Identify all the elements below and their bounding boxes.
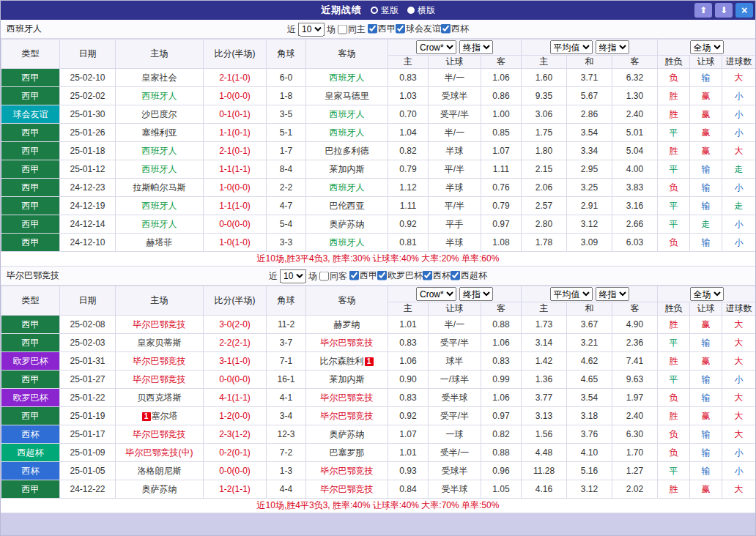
home-team: 毕尔巴鄂竞技(中) [116,444,204,462]
match-row: 球会友谊25-01-30沙巴度尔0-1(0-1)3-5西班牙人0.70受平/半1… [1,105,756,124]
asian-home-odds: 0.83 [388,334,429,352]
asian-stage-select[interactable]: 终指 [459,287,493,301]
euro-draw-odds: 3.25 [567,179,612,197]
asian-home-odds: 0.83 [388,69,429,87]
radio-icon[interactable] [407,7,415,14]
match-type: 西超杯 [1,444,60,462]
col-handicap: 让球 [429,302,481,316]
result-goals: 小 [722,124,756,142]
team-section-1-header: 西班牙人 近 10 场 同主 西甲球会友谊西杯 [1,20,755,39]
result-handicap: 赢 [690,407,722,425]
layout-option-horizontal[interactable]: 横版 [407,4,435,17]
result-outcome: 平 [658,334,690,352]
asian-stage-select[interactable]: 终指 [459,40,493,54]
score-halftime: 1-0(0-0) [204,179,267,197]
header-group-row: 类型 日期 主场 比分(半场) 角球 客场 Crow*终指 平均值终指 全场 [1,286,756,302]
result-handicap: 输 [690,444,722,462]
match-row: 西甲25-01-18西班牙人2-1(0-1)1-7巴拉多利德0.82半球1.07… [1,142,756,160]
same-side-checkbox[interactable] [319,271,329,280]
league-filter[interactable]: 西杯 [441,23,469,35]
red-card-badge: 1 [142,412,151,421]
asian-away-odds: 0.97 [481,215,522,234]
result-handicap: 走 [690,215,722,234]
match-date: 25-01-26 [60,124,116,142]
col-euro-home: 主 [522,56,567,69]
home-team: 贝西克塔斯 [116,389,204,407]
same-side-filter[interactable]: 同客 [319,269,347,282]
close-button[interactable]: × [735,3,753,18]
euro-home-odds: 2.15 [522,160,567,179]
euro-stage-select[interactable]: 终指 [596,40,629,54]
asian-away-odds: 1.06 [481,69,522,87]
asian-handicap: 一球 [429,425,481,444]
match-row: 西超杯25-01-09毕尔巴鄂竞技(中)0-2(0-1)7-2巴塞罗那1.01受… [1,444,756,462]
scope-select[interactable]: 全场 [690,287,724,301]
euro-draw-odds: 4.65 [567,371,612,389]
average-select[interactable]: 平均值 [550,40,593,54]
euro-away-odds: 1.70 [612,444,658,462]
match-row: 西甲25-01-26塞维利亚1-1(0-1)5-1西班牙人1.04半/一0.85… [1,124,756,142]
euro-home-odds: 1.56 [522,425,567,444]
home-team: 毕尔巴鄂竞技 [116,352,204,371]
league-filter[interactable]: 西甲 [368,23,396,35]
summary-line-2: 近10场,胜4平3负3, 胜率:40% 让球率:40% 大率:70% 单率:50… [1,499,755,513]
match-row: 西甲25-01-191塞尔塔1-2(0-0)3-4毕尔巴鄂竞技0.92受平/半0… [1,407,756,425]
corners: 3-4 [267,407,306,425]
league-checkbox[interactable] [377,271,387,280]
move-down-button[interactable]: ⬇ [715,3,733,18]
league-filter[interactable]: 西杯 [423,269,451,282]
league-filter[interactable]: 西超杯 [451,269,487,282]
league-filter[interactable]: 西甲 [349,269,377,282]
match-type: 西甲 [1,334,60,352]
col-result-goals: 进球数 [722,56,756,69]
match-count-select[interactable]: 10 [280,269,306,283]
league-filter[interactable]: 球会友谊 [396,23,441,35]
move-up-button[interactable]: ⬆ [694,3,712,18]
asian-handicap: 平/半 [429,160,481,179]
home-team: 毕尔巴鄂竞技 [116,316,204,334]
match-type: 西甲 [1,480,60,499]
match-row: 西甲25-02-10皇家社会2-1(1-0)6-0西班牙人0.83半/一1.06… [1,69,756,87]
result-outcome: 胜 [658,407,690,425]
bookmaker-select[interactable]: Crow* [416,287,456,301]
match-count-select[interactable]: 10 [298,22,325,36]
league-checkbox[interactable] [441,24,451,34]
asian-home-odds: 0.93 [388,462,429,480]
layout-option-vertical[interactable]: 竖版 [371,4,399,17]
league-checkbox[interactable] [349,271,359,280]
score-halftime: 1-1(1-1) [204,160,267,179]
league-checkbox[interactable] [396,24,405,34]
league-checkbox[interactable] [451,271,460,280]
league-checkbox[interactable] [423,271,432,280]
radio-icon[interactable] [371,7,378,14]
euro-stage-select[interactable]: 终指 [596,287,629,301]
score-halftime: 1-1(0-1) [204,124,267,142]
asian-home-odds: 0.82 [388,142,429,160]
asian-home-odds: 1.07 [388,425,429,444]
bookmaker-select[interactable]: Crow* [416,40,456,54]
home-team: 皇家贝蒂斯 [116,334,204,352]
away-team: 巴塞罗那 [306,444,388,462]
col-score: 比分(半场) [204,286,267,316]
result-handicap: 赢 [690,87,722,105]
euro-away-odds: 1.97 [612,389,658,407]
away-team: 西班牙人 [306,179,388,197]
home-team: 毕尔巴鄂竞技 [116,425,204,444]
same-side-filter[interactable]: 同主 [338,23,366,35]
league-checkbox[interactable] [368,24,377,34]
match-type: 西甲 [1,87,60,105]
red-card-badge: 1 [365,357,374,366]
corners: 5-4 [267,215,306,234]
header-group-row: 类型 日期 主场 比分(半场) 角球 客场 Crow*终指 平均值终指 全场 [1,40,756,56]
average-select[interactable]: 平均值 [550,287,593,301]
euro-away-odds: 4.00 [612,160,658,179]
same-side-checkbox[interactable] [338,24,347,34]
euro-home-odds: 3.14 [522,334,567,352]
league-filter[interactable]: 欧罗巴杯 [377,269,423,282]
scope-select[interactable]: 全场 [690,40,724,54]
asian-handicap: 受平/半 [429,105,481,124]
result-goals: 大 [722,480,756,499]
close-icon: × [741,4,747,16]
asian-handicap: 受球半 [429,87,481,105]
asian-away-odds: 0.97 [481,407,522,425]
